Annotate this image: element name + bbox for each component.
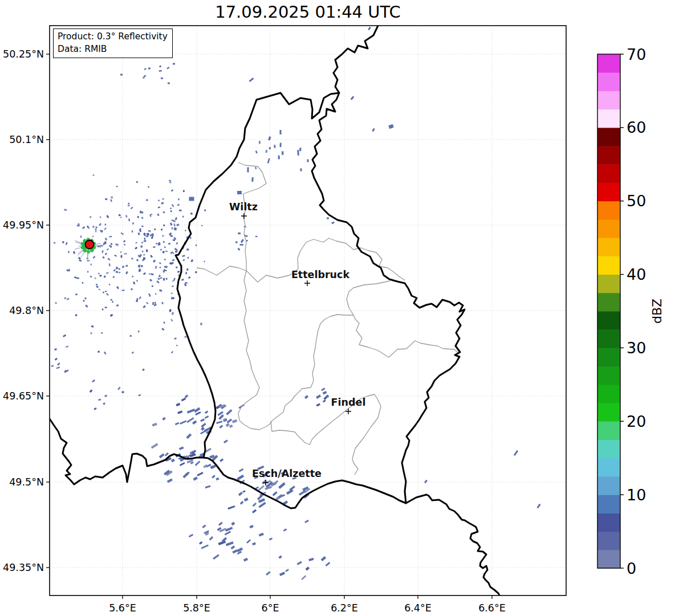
- colorbar-cell: [597, 495, 620, 513]
- radar-figure: 17.09.2025 01:44 UTC Product: 0.3° Refle…: [0, 0, 675, 616]
- echo-mark: [163, 211, 165, 213]
- echo-mark: [187, 409, 195, 414]
- echo-mark: [246, 539, 251, 544]
- echo-mark: [278, 156, 280, 160]
- x-tick-label: 6°E: [262, 602, 279, 614]
- echo-mark: [158, 243, 160, 245]
- echo-mark: [182, 255, 185, 257]
- echo-mark: [200, 418, 205, 422]
- echo-mark: [120, 255, 122, 258]
- echo-mark: [174, 337, 177, 340]
- x-tick-label: 6.6°E: [478, 602, 506, 614]
- colorbar-cell: [597, 201, 620, 220]
- echo-mark: [80, 235, 82, 238]
- city-label: Findel: [331, 397, 366, 408]
- echo-mark: [74, 276, 77, 279]
- colorbar-cell: [597, 421, 620, 440]
- echo-mark: [196, 244, 197, 246]
- echo-mark: [323, 399, 326, 402]
- echo-mark: [92, 226, 95, 228]
- echo-mark: [162, 251, 165, 254]
- echo-mark: [239, 468, 244, 472]
- echo-mark: [175, 422, 180, 425]
- echo-mark: [204, 260, 205, 262]
- echo-mark: [300, 168, 302, 171]
- echo-mark: [227, 505, 235, 509]
- echo-mark: [159, 289, 162, 292]
- echo-mark: [85, 305, 88, 308]
- echo-mark: [135, 247, 137, 250]
- x-tick-label: 6.4°E: [404, 602, 432, 614]
- echo-mark: [143, 305, 146, 309]
- echo-mark: [177, 410, 182, 414]
- echo-mark: [104, 275, 106, 278]
- echo-mark: [278, 555, 282, 558]
- echo-mark: [139, 296, 141, 299]
- echo-mark: [132, 352, 134, 354]
- echo-mark: [91, 325, 94, 328]
- colorbar-cell: [597, 348, 620, 366]
- echo-mark: [156, 280, 160, 283]
- echo-mark: [132, 276, 133, 278]
- echo-mark: [143, 272, 146, 275]
- echo-mark: [185, 230, 186, 231]
- echo-mark: [148, 68, 151, 70]
- echo-mark: [249, 77, 254, 82]
- echo-mark: [242, 490, 246, 493]
- echo-mark: [162, 241, 165, 243]
- echo-mark: [170, 251, 173, 254]
- country-border: [406, 495, 499, 595]
- echo-mark: [170, 235, 173, 237]
- echo-mark: [240, 501, 244, 505]
- clutter-pixel: [89, 250, 91, 251]
- echo-mark: [131, 288, 133, 290]
- echo-mark: [192, 420, 197, 425]
- echo-mark: [285, 569, 289, 572]
- echo-mark: [163, 225, 165, 226]
- echo-mark: [156, 243, 158, 245]
- echo-mark: [201, 545, 208, 549]
- echo-mark: [164, 246, 166, 248]
- echo-mark: [92, 380, 95, 382]
- echo-mark: [161, 328, 164, 331]
- echo-mark: [55, 358, 58, 361]
- echo-mark: [351, 96, 355, 100]
- colorbar-cell: [597, 385, 620, 403]
- echo-mark: [109, 236, 112, 238]
- echo-mark: [195, 460, 201, 466]
- echo-mark: [101, 308, 103, 311]
- radar-echo-layer: [51, 27, 541, 580]
- echo-mark: [213, 554, 219, 560]
- echo-mark: [128, 205, 130, 207]
- echo-mark: [235, 241, 238, 244]
- echo-mark: [114, 255, 117, 257]
- city-marker: [304, 280, 310, 286]
- echo-mark: [218, 540, 226, 545]
- echo-mark: [331, 221, 335, 224]
- echo-mark: [176, 242, 178, 244]
- echo-mark: [103, 291, 104, 293]
- echo-mark: [141, 211, 144, 214]
- echo-mark: [95, 231, 97, 232]
- echo-mark: [128, 218, 130, 221]
- echo-mark: [203, 464, 208, 468]
- city-marker: [241, 213, 247, 219]
- product-info-box: Product: 0.3° Reflectivity Data: RMIB: [53, 28, 173, 58]
- echo-mark: [150, 255, 153, 258]
- echo-mark: [106, 272, 109, 274]
- echo-mark: [186, 248, 189, 251]
- echo-mark: [82, 226, 85, 229]
- echo-mark: [109, 284, 111, 285]
- echo-mark: [110, 243, 112, 245]
- echo-mark: [117, 387, 120, 390]
- colorbar-cell: [597, 109, 620, 128]
- echo-mark: [269, 147, 271, 149]
- echo-mark: [177, 203, 180, 206]
- echo-mark: [55, 302, 57, 304]
- echo-mark: [99, 217, 101, 218]
- echo-mark: [252, 509, 257, 513]
- echo-mark: [90, 389, 93, 393]
- echo-mark: [171, 189, 174, 192]
- echo-mark: [253, 503, 257, 507]
- echo-mark: [173, 278, 176, 281]
